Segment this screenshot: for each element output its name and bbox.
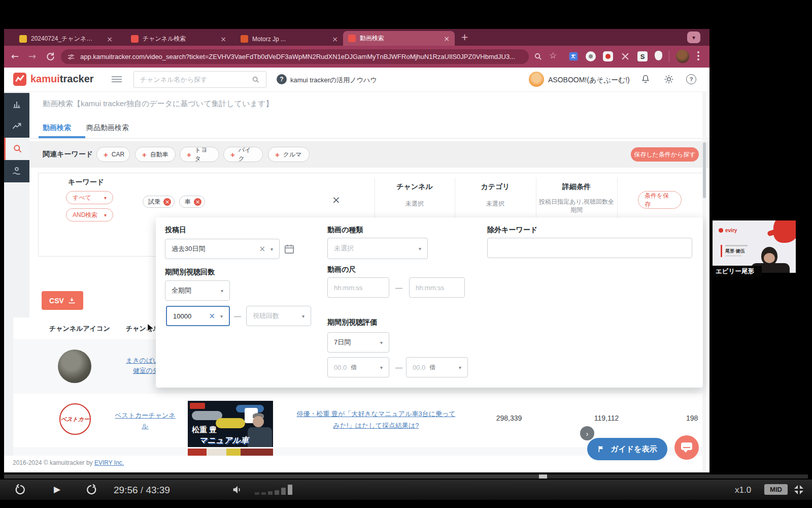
kamui-logo-icon[interactable] (13, 73, 26, 86)
volume-level-bars[interactable] (255, 485, 292, 495)
screen-recorder-extension-icon[interactable] (603, 51, 613, 61)
browser-tab-4-active[interactable]: 動画検索 × (343, 31, 455, 46)
exit-fullscreen-icon[interactable] (793, 484, 805, 496)
tab-video-search[interactable]: 動画検索 (43, 123, 71, 133)
play-icon[interactable]: ▶ (54, 484, 60, 494)
scrollbar-thumb[interactable] (703, 142, 706, 198)
chevron-down-icon: ▾ (104, 212, 107, 218)
keyword-scope-select[interactable]: すべて ▾ (66, 191, 113, 204)
sidebar-item-trends[interactable] (4, 115, 29, 138)
tag-label: 試乗 (148, 198, 160, 206)
csv-download-button[interactable]: CSV (42, 291, 83, 310)
close-icon[interactable]: × (332, 35, 338, 43)
forward-icon[interactable] (85, 484, 97, 496)
guide-collapse-chevron[interactable]: › (580, 426, 594, 440)
duration-max-input[interactable]: hh:mm:ss (409, 277, 465, 298)
keyword-pill-kuruma[interactable]: + クルマ (268, 147, 310, 162)
views-max-select[interactable]: 視聴回数 ▾ (246, 306, 311, 326)
video-thumbnail[interactable]: 松重 豊 マニュアル車 (188, 401, 273, 448)
rating-period-select[interactable]: 7日間 ▾ (327, 332, 389, 353)
keyword-pill-car[interactable]: + CAR (96, 147, 130, 162)
sidebar-item-revenue[interactable] (4, 160, 29, 182)
channel-column-label[interactable]: チャンネル (375, 182, 455, 192)
column-channel-icon[interactable]: チャンネルアイコン (49, 324, 110, 333)
rating-min-input[interactable]: 00.0 倍 ▾ (327, 357, 389, 377)
rewind-icon[interactable] (14, 484, 26, 496)
category-column-label[interactable]: カテゴリ (455, 182, 536, 192)
speaker-icon[interactable] (231, 484, 243, 495)
reload-icon[interactable] (46, 52, 55, 61)
hamburger-menu-icon[interactable] (112, 76, 122, 83)
tab-search-chevron-button[interactable]: ▾ (687, 31, 700, 43)
help-circle-icon[interactable]: ? (686, 74, 696, 84)
clear-keywords-icon[interactable]: × (332, 194, 341, 206)
page-scrollbar[interactable] (702, 91, 706, 472)
save-conditions-button[interactable]: 条件を保存 (638, 191, 682, 209)
chat-widget-button[interactable] (674, 435, 699, 460)
progress-scrubber[interactable] (539, 474, 547, 479)
views-min-input[interactable]: 10000 × ▾ (166, 306, 230, 326)
user-name[interactable]: ASOBOOM!(あそぶーむ!) (548, 76, 630, 85)
quality-badge[interactable]: MID (764, 484, 788, 495)
s-extension-icon[interactable]: S (637, 51, 648, 61)
sidebar-item-search-active[interactable] (4, 138, 29, 160)
rating-max-input[interactable]: 00.0 倍 ▾ (406, 357, 468, 377)
post-date-select[interactable]: 過去30日間 × ▾ (165, 239, 280, 259)
browser-profile-avatar[interactable] (676, 50, 689, 63)
sidebar-item-analytics[interactable] (4, 93, 29, 115)
user-avatar[interactable] (529, 72, 544, 87)
video-thumbnail-partial[interactable] (188, 449, 273, 456)
video-title-link[interactable]: 俳優・松重 豊が「大好きなマニュアル車3台に乗って みた!」はたして採点結果は? (292, 408, 460, 431)
detail-column-label[interactable]: 詳細条件 (536, 182, 617, 192)
translate-extension-icon[interactable] (568, 51, 579, 61)
remove-tag-icon[interactable]: × (194, 198, 201, 206)
site-settings-icon[interactable] (67, 53, 75, 61)
keyword-pill-jidousha[interactable]: + 自動車 (135, 147, 176, 162)
browser-tab-2[interactable]: チャンネル検索 × (126, 32, 231, 46)
close-icon[interactable]: × (444, 35, 450, 43)
keyword-mode-select[interactable]: AND検索 ▾ (66, 208, 113, 221)
tab-product-video-search[interactable]: 商品動画検索 (86, 123, 129, 133)
forward-icon[interactable]: → (28, 51, 36, 61)
channel-search-input[interactable]: チャンネル名から探す (133, 71, 266, 88)
bell-icon[interactable] (640, 74, 651, 84)
period-views-period-select[interactable]: 全期間 ▾ (165, 280, 230, 301)
kebab-menu-icon[interactable] (697, 51, 699, 61)
keyword-pill-toyota[interactable]: + トヨタ (180, 147, 219, 162)
video-progress-bar[interactable] (4, 474, 808, 479)
show-guide-button[interactable]: ガイドを表示 (587, 438, 667, 460)
close-icon[interactable]: × (220, 35, 226, 43)
help-badge-icon[interactable]: ? (277, 74, 287, 84)
bookmark-star-icon[interactable]: ☆ (549, 50, 557, 60)
eviry-link[interactable]: EVIRY Inc. (94, 459, 124, 466)
url-bar[interactable]: app.kamuitracker.com/video_search?ticket… (61, 49, 529, 64)
zoom-icon[interactable] (534, 52, 543, 61)
calendar-icon[interactable] (284, 243, 295, 255)
new-tab-button[interactable]: + (461, 31, 468, 42)
remove-tag-icon[interactable]: × (163, 198, 171, 206)
duration-min-input[interactable]: hh:mm:ss (327, 277, 389, 298)
gear-icon[interactable] (664, 74, 674, 84)
browser-tab-3[interactable]: Motorz Jp ... × (235, 32, 343, 46)
exclude-keywords-input[interactable] (487, 238, 692, 258)
channel-avatar[interactable]: ベストカー (59, 403, 91, 435)
saved-conditions-button[interactable]: 保存した条件から探す (631, 147, 699, 162)
channel-avatar[interactable] (58, 350, 91, 383)
clear-icon[interactable]: × (209, 311, 215, 321)
back-icon[interactable]: ← (11, 51, 19, 61)
extension-circle-icon[interactable] (586, 51, 596, 61)
playback-speed[interactable]: x1.0 (735, 485, 751, 495)
close-icon[interactable]: × (107, 35, 113, 43)
knowhow-link[interactable]: kamui trackerの活用ノウハウ (290, 76, 377, 85)
plus-icon: + (230, 150, 235, 159)
kamui-logo-text[interactable]: kamuitracker (30, 73, 94, 85)
shield-extension-icon[interactable] (655, 51, 662, 60)
keyword-pill-bike[interactable]: + バイク (223, 147, 263, 162)
search-icon[interactable] (252, 76, 260, 84)
clear-icon[interactable]: × (259, 244, 265, 253)
video-type-select[interactable]: 未選択 ▾ (327, 238, 428, 259)
x-extension-icon[interactable] (620, 51, 630, 61)
tab-title: 20240724_チャンネル運用セ (31, 35, 96, 43)
browser-tab-1[interactable]: 20240724_チャンネル運用セ × (14, 32, 118, 46)
channel-name-link[interactable]: ベストカーチャンネル (113, 410, 178, 431)
